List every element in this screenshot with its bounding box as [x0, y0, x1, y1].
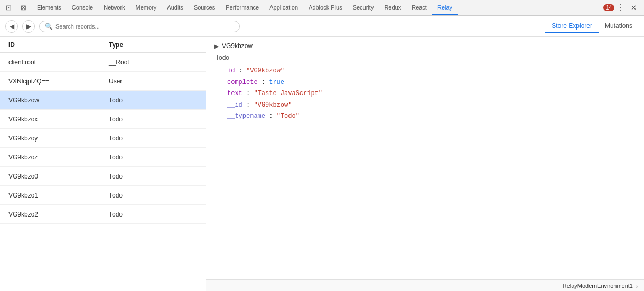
field-colon: : — [246, 101, 254, 109]
field-colon: : — [269, 112, 276, 120]
expand-arrow-icon[interactable]: ▶ — [214, 43, 219, 49]
table-body: client:root __Root VXNlcjptZQ== User VG9… — [0, 53, 206, 291]
field-key-text: text — [227, 90, 242, 97]
field-__typename: __typename : "Todo" — [227, 111, 636, 123]
field-text: text : "Taste JavaScript" — [227, 88, 636, 100]
error-count-badge: 14 — [603, 4, 614, 11]
table-row[interactable]: client:root __Root — [0, 53, 206, 72]
tab-performance[interactable]: Performance — [220, 0, 264, 15]
cell-id: VG9kbzo0 — [0, 167, 100, 185]
dropdown-arrow-icon: ⬦ — [635, 283, 639, 289]
environment-label: RelayModernEnvironment1 — [563, 283, 633, 289]
cell-id: VG9kbzow — [0, 91, 100, 109]
devtools-tab-bar: ⊡ ⊠ Elements Console Network Memory Audi… — [0, 0, 644, 16]
cell-type: Todo — [100, 205, 131, 223]
tab-console[interactable]: Console — [67, 0, 98, 15]
devtools-icon-btn-1[interactable]: ⊡ — [2, 2, 15, 14]
tab-application[interactable]: Application — [264, 0, 303, 15]
col-id-header: ID — [0, 37, 100, 52]
tab-elements[interactable]: Elements — [32, 0, 67, 15]
cell-type: Todo — [100, 129, 131, 147]
table-row[interactable]: VG9kbzo0 Todo — [0, 167, 206, 186]
cell-id: VG9kbzo2 — [0, 205, 100, 223]
table-row[interactable]: VG9kbzoz Todo — [0, 148, 206, 167]
more-options-icon[interactable]: ⋮ — [614, 2, 627, 14]
field-colon: : — [246, 90, 254, 97]
table-row[interactable]: VG9kbzo2 Todo — [0, 205, 206, 224]
tab-network[interactable]: Network — [98, 0, 130, 15]
field-key-__typename: __typename — [227, 112, 265, 120]
tab-audits[interactable]: Audits — [162, 0, 189, 15]
back-button[interactable]: ◀ — [5, 20, 18, 33]
field-key-__id: __id — [227, 101, 242, 109]
close-devtools-btn[interactable]: ✕ — [627, 2, 640, 14]
field-colon: : — [239, 67, 246, 74]
record-detail-pane: ▶ VG9kbzow Todo id : "VG9kbzow" complete… — [206, 37, 644, 291]
field-value-text: "Taste JavaScript" — [254, 90, 322, 97]
record-fields: id : "VG9kbzow" complete : true text : "… — [227, 65, 636, 123]
field-complete: complete : true — [227, 77, 636, 89]
search-input[interactable] — [55, 23, 234, 30]
forward-button[interactable]: ▶ — [22, 20, 35, 33]
cell-id: VG9kbzoz — [0, 148, 100, 166]
field-value-id: "VG9kbzow" — [246, 67, 284, 74]
record-header: ▶ VG9kbzow — [214, 42, 636, 50]
records-table: ID Type client:root __Root VXNlcjptZQ== … — [0, 37, 206, 291]
search-icon: 🔍 — [45, 23, 53, 30]
bottom-bar: RelayModernEnvironment1 ⬦ — [206, 279, 644, 291]
tab-mutations[interactable]: Mutations — [599, 20, 639, 33]
cell-type: __Root — [100, 53, 138, 71]
table-row[interactable]: VG9kbzo1 Todo — [0, 186, 206, 205]
col-type-header: Type — [100, 37, 132, 52]
cell-type: Todo — [100, 167, 131, 185]
tab-security[interactable]: Security — [348, 0, 379, 15]
field-__id: __id : "VG9kbzow" — [227, 100, 636, 111]
search-box: 🔍 — [39, 21, 240, 32]
tab-memory[interactable]: Memory — [130, 0, 162, 15]
cell-id: VG9kbzo1 — [0, 186, 100, 204]
environment-selector[interactable]: RelayModernEnvironment1 ⬦ — [563, 283, 639, 289]
relay-toolbar: ◀ ▶ 🔍 Store Explorer Mutations — [0, 16, 644, 37]
table-row[interactable]: VG9kbzoy Todo — [0, 129, 206, 148]
field-key-id: id — [227, 67, 235, 74]
main-content: ID Type client:root __Root VXNlcjptZQ== … — [0, 37, 644, 291]
table-row[interactable]: VXNlcjptZQ== User — [0, 72, 206, 91]
record-id-label: VG9kbzow — [222, 42, 253, 50]
cell-type: Todo — [100, 148, 131, 166]
cell-type: Todo — [100, 186, 131, 204]
field-key-complete: complete — [227, 79, 258, 86]
cell-id: VXNlcjptZQ== — [0, 72, 100, 90]
field-value-complete: true — [269, 79, 284, 86]
field-colon: : — [262, 79, 269, 86]
cell-type: Todo — [100, 91, 131, 109]
table-row-selected[interactable]: VG9kbzow Todo — [0, 91, 206, 110]
field-id: id : "VG9kbzow" — [227, 65, 636, 77]
table-row[interactable]: VG9kbzox Todo — [0, 110, 206, 129]
field-value-__typename: "Todo" — [277, 112, 300, 120]
cell-type: User — [100, 72, 130, 90]
tab-react[interactable]: React — [406, 0, 432, 15]
panel-tabs: Store Explorer Mutations — [545, 20, 639, 33]
cell-id: VG9kbzox — [0, 110, 100, 128]
cell-id: client:root — [0, 53, 100, 71]
devtools-icon-btn-2[interactable]: ⊠ — [17, 2, 30, 14]
cell-id: VG9kbzoy — [0, 129, 100, 147]
tab-relay[interactable]: Relay — [432, 0, 458, 15]
tab-adblock-plus[interactable]: Adblock Plus — [303, 0, 348, 15]
field-value-__id: "VG9kbzow" — [254, 101, 292, 109]
table-header: ID Type — [0, 37, 206, 53]
record-type-label: Todo — [216, 54, 636, 61]
tab-sources[interactable]: Sources — [189, 0, 220, 15]
tab-store-explorer[interactable]: Store Explorer — [545, 20, 599, 33]
cell-type: Todo — [100, 110, 131, 128]
tab-redux[interactable]: Redux — [379, 0, 406, 15]
